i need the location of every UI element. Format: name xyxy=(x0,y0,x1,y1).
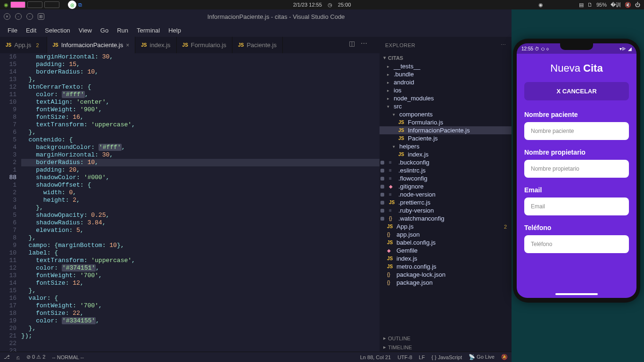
menu-file[interactable]: File xyxy=(4,25,21,35)
home-indicator[interactable] xyxy=(555,293,598,295)
file-index-js[interactable]: JSindex.js xyxy=(380,150,512,158)
modified-marker xyxy=(380,161,384,165)
cancel-button[interactable]: X CANCELAR xyxy=(524,82,629,100)
js-file-icon: JS xyxy=(387,256,395,261)
file--watchmanconfig[interactable]: {}.watchmanconfig xyxy=(380,214,512,222)
menu-help[interactable]: Help xyxy=(165,25,185,35)
menu-run[interactable]: Run xyxy=(113,25,132,35)
timer[interactable]: 25:00 xyxy=(338,2,351,8)
menu-selection[interactable]: Selection xyxy=(41,25,74,35)
close-window-button[interactable]: × xyxy=(4,13,10,20)
menu-go[interactable]: Go xyxy=(97,25,112,35)
explorer-more-icon[interactable]: ⋯ xyxy=(501,42,506,48)
file--eslintrc-js[interactable]: ≡.eslintrc.js xyxy=(380,166,512,174)
file-gemfile[interactable]: ◆Gemfile xyxy=(380,247,512,255)
folder-src[interactable]: ▾src xyxy=(380,102,512,110)
workspace-1[interactable] xyxy=(10,1,25,8)
tree-item-label: metro.config.js xyxy=(396,263,437,270)
file--buckconfig[interactable]: ≡.buckconfig xyxy=(380,158,512,166)
cursor-position[interactable]: Ln 88, Col 21 xyxy=(360,354,391,360)
folder-components[interactable]: ▾components xyxy=(380,110,512,118)
tree-item-label: .prettierrc.js xyxy=(398,199,430,206)
file--node-version[interactable]: ≡.node-version xyxy=(380,190,512,198)
remote-icon[interactable]: ⎇ xyxy=(4,354,10,360)
gem-file-icon: ◆ xyxy=(387,248,395,253)
chevron-right-icon: ▸ xyxy=(387,80,392,85)
notifications-icon[interactable]: 🔕 xyxy=(501,354,508,360)
workspace-2[interactable] xyxy=(27,1,42,8)
close-icon[interactable]: × xyxy=(126,42,129,49)
file-package-lock-json[interactable]: {}package-lock.json xyxy=(380,271,512,279)
project-root[interactable]: ▾ CITAS xyxy=(380,53,512,62)
text-input[interactable]: Nombre paciente xyxy=(524,122,629,140)
menu-view[interactable]: View xyxy=(75,25,96,35)
git-branch-icon[interactable]: ⎌ xyxy=(17,354,20,360)
tab-label: Formulario.js xyxy=(191,41,226,49)
chevron-down-icon: ▾ xyxy=(383,55,386,61)
text-input[interactable]: Email xyxy=(524,197,629,215)
emulator-icon[interactable]: ◎ xyxy=(68,0,76,9)
file--ruby-version[interactable]: ≡.ruby-version xyxy=(380,206,512,214)
go-live-button[interactable]: 📡 Go Live xyxy=(469,354,495,360)
tab-index-js[interactable]: JSindex.js xyxy=(135,37,176,53)
tree-item-label: .node-version xyxy=(398,191,436,198)
tree-item-label: node_modules xyxy=(394,95,434,102)
folder-node_modules[interactable]: ▸node_modules xyxy=(380,94,512,102)
tab-informacionpaciente-js[interactable]: JSInformacionPaciente.js× xyxy=(47,37,136,53)
workspace-3[interactable] xyxy=(44,1,59,8)
wifi-icon[interactable]: �训 xyxy=(611,1,621,8)
timeline-section[interactable]: ▸ TIMELINE xyxy=(380,343,512,352)
folder-helpers[interactable]: ▾helpers xyxy=(380,142,512,150)
record-icon[interactable]: ◉ xyxy=(538,2,543,8)
file--flowconfig[interactable]: ≡.flowconfig xyxy=(380,174,512,182)
text-input[interactable]: Nombre propietario xyxy=(524,160,629,178)
eol[interactable]: LF xyxy=(419,354,425,360)
folder--bundle[interactable]: ▸.bundle xyxy=(380,70,512,78)
file-formulario-js[interactable]: JSFormulario.js xyxy=(380,118,512,126)
file-informacionpaciente-js[interactable]: JSInformacionPaciente.js xyxy=(380,126,512,134)
modified-marker xyxy=(380,209,384,213)
modified-marker xyxy=(380,193,384,197)
text-input[interactable]: Teléfono xyxy=(524,235,629,253)
json-file-icon: {} xyxy=(387,232,395,237)
file-app-js[interactable]: JSApp.js2 xyxy=(380,222,512,230)
tab-paciente-js[interactable]: JSPaciente.js xyxy=(232,37,283,53)
volume-icon[interactable]: 🔇 xyxy=(625,2,631,8)
tab-app-js[interactable]: JSApp.js2 xyxy=(0,37,47,53)
file-app-json[interactable]: {}app.json xyxy=(380,230,512,239)
outline-section[interactable]: ▸ OUTLINE xyxy=(380,334,512,343)
code-editor[interactable]: 1615141312111098765432188123456789101112… xyxy=(0,53,380,352)
file-index-js[interactable]: JSindex.js xyxy=(380,255,512,263)
file--prettierrc-js[interactable]: JS.prettierrc.js xyxy=(380,198,512,206)
problems[interactable]: ⊘ 0 ⚠ 2 xyxy=(26,354,45,360)
folder-__tests__[interactable]: ▸__tests__ xyxy=(380,62,512,70)
file-paciente-js[interactable]: JSPaciente.js xyxy=(380,134,512,142)
language-mode[interactable]: { } JavaScript xyxy=(431,354,462,360)
tray-icon[interactable]: ▤ xyxy=(579,2,584,8)
tree-item-label: android xyxy=(394,79,414,86)
more-actions-icon[interactable]: ⋯ xyxy=(361,40,367,47)
menu-edit[interactable]: Edit xyxy=(22,25,40,35)
extra-window-button[interactable]: ⊞ xyxy=(38,13,44,20)
encoding[interactable]: UTF-8 xyxy=(397,354,412,360)
vscode-taskbar-icon[interactable]: ⧉ xyxy=(78,2,82,8)
file--gitignore[interactable]: ◆.gitignore xyxy=(380,182,512,190)
tab-formulario-js[interactable]: JSFormulario.js xyxy=(177,37,232,53)
clock[interactable]: 2/1/23 12:55 xyxy=(293,2,322,8)
power-icon[interactable]: ⏻ xyxy=(635,2,640,8)
field-label: Nombre paciente xyxy=(524,111,629,118)
file-package-json[interactable]: {}package.json xyxy=(380,279,512,287)
code-content[interactable]: marginHorizontal: 30, padding: 15, borde… xyxy=(21,53,380,352)
file-babel-config-js[interactable]: JSbabel.config.js xyxy=(380,239,512,247)
minimize-window-button[interactable]: · xyxy=(15,13,22,20)
split-editor-icon[interactable]: ◫ xyxy=(349,40,355,47)
file-metro-config-js[interactable]: JSmetro.config.js xyxy=(380,263,512,271)
menu-terminal[interactable]: Terminal xyxy=(133,25,164,35)
folder-android[interactable]: ▸android xyxy=(380,78,512,86)
modified-marker xyxy=(380,217,384,221)
maximize-window-button[interactable]: · xyxy=(26,13,33,20)
tree-item-label: .eslintrc.js xyxy=(398,167,426,174)
folder-ios[interactable]: ▸ios xyxy=(380,86,512,94)
vscode-window: × · · ⊞ InformacionPaciente.js - citas -… xyxy=(0,9,512,362)
app-menu-icon[interactable]: ◉ xyxy=(4,2,8,8)
